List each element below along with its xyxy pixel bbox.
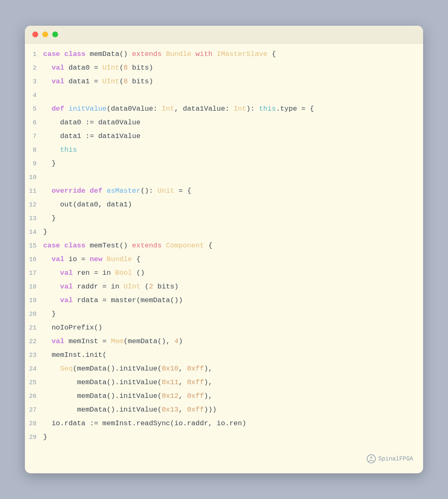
line-11: 11 override def asMaster(): Unit = { bbox=[25, 184, 423, 198]
line-15: 15 case class memTest() extends Componen… bbox=[25, 239, 423, 253]
minimize-button[interactable] bbox=[42, 31, 48, 37]
line-20: 20 } bbox=[25, 308, 423, 321]
line-24: 24 Seq(memData().initValue(0x10, 0xff), bbox=[25, 362, 423, 376]
line-27: 27 memData().initValue(0x13, 0xff))) bbox=[25, 403, 423, 417]
line-3: 3 val data1 = UInt(8 bits) bbox=[25, 75, 423, 89]
maximize-button[interactable] bbox=[52, 31, 58, 37]
line-21: 21 noIoPrefix() bbox=[25, 321, 423, 335]
line-4: 4 bbox=[25, 89, 423, 102]
line-7: 7 data1 := data1Value bbox=[25, 130, 423, 143]
branding-text: SpinalFPGA bbox=[378, 455, 413, 462]
line-13: 13 } bbox=[25, 212, 423, 225]
spinalfpga-logo-icon bbox=[367, 454, 376, 463]
close-button[interactable] bbox=[32, 31, 38, 37]
line-19: 19 val rdata = master(memData()) bbox=[25, 294, 423, 308]
line-22: 22 val memInst = Mem(memData(), 4) bbox=[25, 335, 423, 349]
line-14: 14 } bbox=[25, 225, 423, 239]
line-25: 25 memData().initValue(0x11, 0xff), bbox=[25, 376, 423, 390]
code-window: 1 case class memData() extends Bundle wi… bbox=[25, 26, 423, 473]
line-18: 18 val raddr = in UInt (2 bits) bbox=[25, 280, 423, 294]
line-26: 26 memData().initValue(0x12, 0xff), bbox=[25, 390, 423, 403]
line-17: 17 val ren = in Bool () bbox=[25, 266, 423, 280]
titlebar bbox=[25, 26, 423, 44]
line-29: 29 } bbox=[25, 431, 423, 444]
line-16: 16 val io = new Bundle { bbox=[25, 253, 423, 266]
line-9: 9 } bbox=[25, 157, 423, 171]
line-23: 23 memInst.init( bbox=[25, 349, 423, 362]
branding-area: SpinalFPGA bbox=[25, 453, 423, 463]
line-5: 5 def initValue(data0Value: Int, data1Va… bbox=[25, 102, 423, 116]
line-10: 10 bbox=[25, 171, 423, 184]
code-area: 1 case class memData() extends Bundle wi… bbox=[25, 44, 423, 453]
line-2: 2 val data0 = UInt(8 bits) bbox=[25, 61, 423, 75]
line-1: 1 case class memData() extends Bundle wi… bbox=[25, 48, 423, 61]
line-8: 8 this bbox=[25, 143, 423, 157]
line-12: 12 out(data0, data1) bbox=[25, 198, 423, 212]
line-6: 6 data0 := data0Value bbox=[25, 116, 423, 130]
line-28: 28 io.rdata := memInst.readSync(io.raddr… bbox=[25, 417, 423, 431]
svg-point-1 bbox=[370, 456, 373, 459]
